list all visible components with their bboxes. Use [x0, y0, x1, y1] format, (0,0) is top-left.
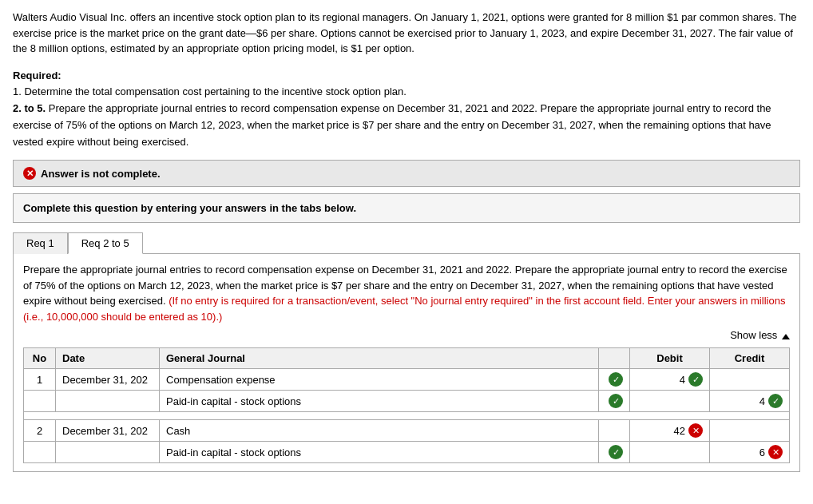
row1-sub-no — [24, 391, 56, 412]
triangle-up-icon — [782, 334, 790, 339]
row2-sub-journal[interactable]: Paid-in capital - stock options — [160, 442, 599, 463]
answer-status-box: ✕ Answer is not complete. — [13, 160, 800, 187]
row1-journal-check: ✓ — [599, 369, 630, 391]
journal-table: No Date General Journal Debit Credit 1 D… — [23, 347, 790, 463]
tabs-row: Req 1 Req 2 to 5 — [13, 232, 800, 254]
row2-debit[interactable]: 42 ✕ — [630, 420, 710, 442]
row1-sub-credit[interactable]: 4 ✓ — [710, 391, 790, 412]
tab-req1[interactable]: Req 1 — [13, 232, 68, 254]
show-less-row: Show less — [23, 329, 790, 341]
row2-sub-journal-check: ✓ — [599, 442, 630, 463]
spacer-row — [24, 412, 790, 420]
row2-date: December 31, 202 — [56, 420, 160, 442]
row1-sub-journal-check: ✓ — [599, 391, 630, 412]
table-row: Paid-in capital - stock options ✓ 6 ✕ — [24, 442, 790, 463]
row1-sub-journal[interactable]: Paid-in capital - stock options — [160, 391, 599, 412]
required-title: Required: — [13, 68, 800, 85]
row1-no: 1 — [24, 369, 56, 391]
show-less-button[interactable]: Show less — [730, 329, 790, 341]
error-icon: ✕ — [768, 445, 783, 459]
complete-instructions-box: Complete this question by entering your … — [13, 193, 800, 223]
row1-journal[interactable]: Compensation expense — [160, 369, 599, 391]
row2-sub-date — [56, 442, 160, 463]
table-row: 2 December 31, 202 Cash 42 ✕ — [24, 420, 790, 442]
row2-sub-no — [24, 442, 56, 463]
check-icon: ✓ — [609, 394, 623, 408]
row2-sub-debit[interactable] — [630, 442, 710, 463]
error-icon: ✕ — [688, 423, 703, 438]
row2-journal-check — [599, 420, 630, 442]
col-header-debit: Debit — [630, 348, 710, 369]
col-header-check — [599, 348, 630, 369]
row1-debit[interactable]: 4 ✓ — [630, 369, 710, 391]
tab-content-req2to5: Prepare the appropriate journal entries … — [13, 253, 800, 472]
row2-journal[interactable]: Cash — [160, 420, 599, 442]
check-icon: ✓ — [609, 445, 623, 459]
table-row: 1 December 31, 202 Compensation expense … — [24, 369, 790, 391]
tab-req2to5[interactable]: Req 2 to 5 — [68, 232, 143, 254]
row2-credit[interactable] — [710, 420, 790, 442]
table-row: Paid-in capital - stock options ✓ 4 ✓ — [24, 391, 790, 412]
row1-date: December 31, 202 — [56, 369, 160, 391]
check-icon: ✓ — [768, 394, 783, 408]
col-header-date: Date — [56, 348, 160, 369]
intro-paragraph: Walters Audio Visual Inc. offers an ince… — [13, 10, 800, 57]
required-item1: 1. Determine the total compensation cost… — [13, 84, 800, 101]
col-header-credit: Credit — [710, 348, 790, 369]
answer-error-icon: ✕ — [23, 167, 36, 180]
check-icon: ✓ — [688, 372, 703, 387]
check-icon: ✓ — [609, 372, 623, 387]
row1-sub-debit[interactable] — [630, 391, 710, 412]
tab-instructions-normal: Prepare the appropriate journal entries … — [23, 262, 790, 324]
col-header-no: No — [24, 348, 56, 369]
col-header-journal: General Journal — [160, 348, 599, 369]
row2-no: 2 — [24, 420, 56, 442]
row1-sub-date — [56, 391, 160, 412]
required-section: Required: 1. Determine the total compens… — [13, 68, 800, 151]
required-item2: 2. to 5. Prepare the appropriate journal… — [13, 101, 800, 150]
row2-sub-credit[interactable]: 6 ✕ — [710, 442, 790, 463]
answer-status-text: Answer is not complete. — [41, 168, 161, 180]
row1-credit[interactable] — [710, 369, 790, 391]
